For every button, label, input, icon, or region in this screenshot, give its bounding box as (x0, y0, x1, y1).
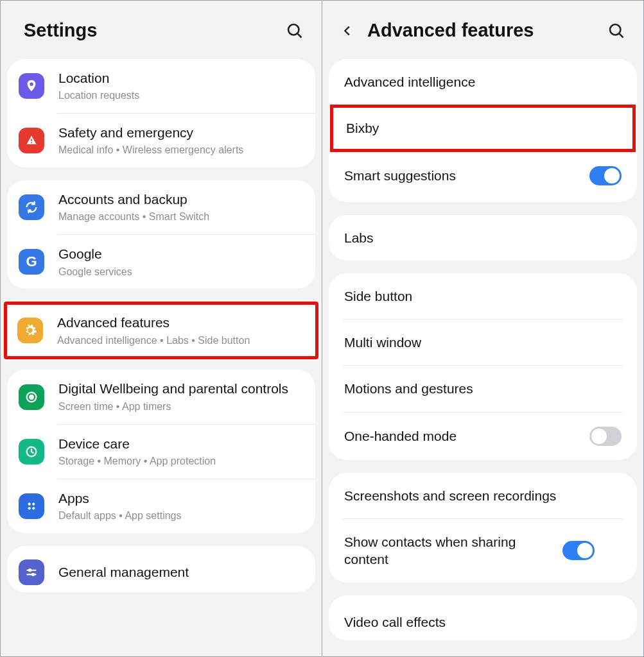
item-smart-suggestions[interactable]: Smart suggestions (329, 152, 637, 200)
svg-point-13 (610, 24, 620, 35)
gear-icon (17, 318, 43, 343)
item-title: Apps (58, 490, 304, 507)
settings-item-wellbeing[interactable]: Digital Wellbeing and parental controls … (7, 370, 315, 423)
item-subtitle: Default apps • App settings (58, 509, 304, 523)
search-icon[interactable] (286, 22, 304, 40)
item-label: Motions and gestures (344, 380, 622, 397)
page-title: Advanced features (367, 20, 607, 41)
item-title: Advanced features (57, 314, 305, 331)
item-label: Multi window (344, 334, 622, 351)
item-subtitle: Location requests (58, 89, 304, 103)
apps-icon (19, 493, 44, 519)
settings-item-apps[interactable]: Apps Default apps • App settings (7, 479, 315, 533)
sliders-icon (19, 559, 44, 585)
advanced-card: Side button Multi window Motions and ges… (329, 273, 637, 460)
item-side-button[interactable]: Side button (329, 273, 637, 319)
settings-card: General management (7, 546, 315, 592)
item-label: Show contacts when sharing content (344, 533, 562, 568)
advanced-card: Video call effects (329, 595, 637, 640)
item-video-call-effects[interactable]: Video call effects (329, 595, 637, 640)
item-label: Bixby (346, 119, 620, 137)
advanced-features-pane: Advanced features Advanced intelligence … (322, 1, 643, 656)
item-multi-window[interactable]: Multi window (329, 320, 637, 365)
item-subtitle: Screen time • App timers (58, 400, 304, 414)
item-title: Safety and emergency (58, 124, 304, 141)
svg-point-12 (32, 573, 34, 575)
svg-line-14 (620, 33, 623, 37)
item-title: Google (58, 245, 304, 262)
item-subtitle: Medical info • Wireless emergency alerts (58, 144, 304, 157)
item-label: Labs (344, 229, 622, 246)
item-subtitle: Advanced intelligence • Labs • Side butt… (57, 334, 305, 348)
show-contacts-toggle[interactable] (562, 541, 595, 560)
settings-item-device-care[interactable]: Device care Storage • Memory • App prote… (7, 425, 315, 479)
item-label: Advanced intelligence (344, 73, 622, 90)
svg-point-11 (29, 569, 31, 571)
device-care-icon (19, 439, 44, 465)
advanced-card: Labs (329, 215, 637, 260)
item-motions-gestures[interactable]: Motions and gestures (329, 366, 637, 411)
item-show-contacts[interactable]: Show contacts when sharing content (329, 519, 637, 583)
item-title: Accounts and backup (58, 191, 304, 208)
wellbeing-icon (19, 384, 44, 410)
settings-item-google[interactable]: G Google Google services (7, 235, 315, 289)
item-label: Screenshots and screen recordings (344, 487, 622, 504)
settings-card: Location Location requests Safety and em… (7, 59, 315, 167)
advanced-card: Advanced intelligence Bixby Smart sugges… (329, 59, 637, 202)
advanced-features-header: Advanced features (322, 1, 643, 59)
google-icon: G (19, 249, 44, 275)
item-label: Video call effects (344, 613, 622, 631)
item-subtitle: Google services (58, 266, 304, 279)
item-subtitle: Manage accounts • Smart Switch (58, 210, 304, 224)
item-screenshots[interactable]: Screenshots and screen recordings (329, 473, 637, 518)
item-one-handed-mode[interactable]: One-handed mode (329, 413, 637, 460)
settings-card: Accounts and backup Manage accounts • Sm… (7, 180, 315, 289)
settings-item-safety[interactable]: Safety and emergency Medical info • Wire… (7, 114, 315, 167)
item-bixby-highlighted[interactable]: Bixby (330, 105, 636, 151)
settings-card: Digital Wellbeing and parental controls … (7, 370, 315, 533)
one-handed-mode-toggle[interactable] (589, 427, 622, 446)
sync-icon (19, 194, 44, 220)
svg-line-1 (298, 33, 302, 37)
settings-item-accounts[interactable]: Accounts and backup Manage accounts • Sm… (7, 180, 315, 234)
item-label: One-handed mode (344, 427, 589, 445)
page-title: Settings (24, 20, 286, 41)
item-subtitle: Storage • Memory • App protection (58, 455, 304, 468)
svg-point-5 (28, 502, 31, 505)
search-icon[interactable] (607, 22, 625, 40)
item-label: Smart suggestions (344, 167, 589, 184)
svg-point-6 (32, 502, 35, 505)
location-icon (19, 73, 44, 99)
svg-point-3 (30, 395, 33, 399)
advanced-card: Screenshots and screen recordings Show c… (329, 473, 637, 583)
settings-item-general-management[interactable]: General management (7, 546, 315, 592)
settings-item-advanced-features-highlighted[interactable]: Advanced features Advanced intelligence … (4, 302, 318, 359)
item-title: Digital Wellbeing and parental controls (58, 380, 304, 397)
item-labs[interactable]: Labs (329, 215, 637, 260)
smart-suggestions-toggle[interactable] (589, 166, 622, 185)
item-title: Location (58, 69, 304, 87)
settings-pane: Settings Location Location requests (1, 1, 322, 656)
emergency-icon (19, 128, 44, 153)
back-button[interactable] (340, 24, 354, 38)
item-title: Device care (58, 435, 304, 452)
item-advanced-intelligence[interactable]: Advanced intelligence (329, 59, 637, 105)
svg-point-8 (32, 507, 35, 509)
item-label: Side button (344, 287, 622, 305)
settings-header: Settings (1, 1, 322, 59)
svg-point-7 (28, 507, 31, 509)
svg-point-0 (288, 24, 299, 35)
settings-item-location[interactable]: Location Location requests (7, 59, 315, 113)
item-title: General management (58, 563, 304, 581)
